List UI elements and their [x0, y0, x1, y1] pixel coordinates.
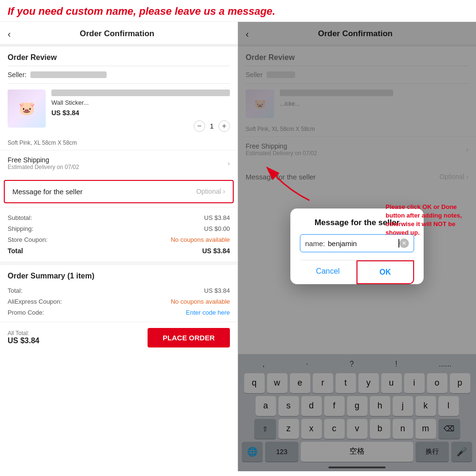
left-shipping-sub: Estimated Delivery on 07/02	[8, 164, 79, 170]
left-product-variant: Soft Pink, XL 58cm X 58cm	[0, 138, 238, 150]
dialog-box: Message for the seller name: benjamin ✕ …	[290, 208, 424, 284]
dialog-cancel-button[interactable]: Cancel	[300, 260, 357, 284]
left-optional-text: Optional	[196, 188, 221, 195]
left-seller-label: Seller:	[8, 71, 27, 79]
left-shipping-cost-value: US $0.00	[204, 225, 230, 232]
left-product-price: US $3.84	[51, 109, 230, 117]
left-page-title: Order Confirmation	[16, 29, 218, 39]
left-product-image: 🐷	[8, 89, 46, 128]
left-coupon-label: Store Coupon:	[8, 236, 48, 243]
dialog-actions: Cancel OK	[300, 260, 414, 284]
left-message-chevron: ›	[223, 188, 225, 195]
left-seller-row: Seller:	[0, 66, 238, 83]
left-summary-promo-row: Promo Code: Enter code here	[8, 307, 230, 318]
left-subtotal-row: Subtotal: US $3.84	[8, 212, 230, 223]
place-order-button[interactable]: PLACE ORDER	[148, 328, 230, 347]
dialog-ok-button[interactable]: OK	[357, 260, 415, 284]
left-order-review-label: Order Review	[0, 47, 238, 66]
left-seller-name-blur	[30, 71, 107, 78]
dialog-overlay[interactable]: Message for the seller name: benjamin ✕ …	[238, 22, 476, 471]
dialog-title: Message for the seller	[300, 218, 414, 228]
left-qty-plus[interactable]: +	[218, 120, 230, 132]
left-back-arrow[interactable]: ‹	[8, 29, 11, 40]
left-shipping-title: Free Shipping	[8, 156, 79, 164]
left-qty-num: 1	[210, 122, 214, 130]
left-total-row: Total US $3.84	[8, 245, 230, 257]
left-coupon-value: No coupons available	[171, 236, 230, 243]
banner-text: If you need custom name, please leave us…	[8, 5, 468, 19]
left-total-label: Total	[8, 247, 23, 255]
left-product-row: 🐷 Wall Sticker... US $3.84 − 1 +	[0, 84, 238, 138]
left-product-name: Wall Sticker...	[51, 99, 230, 106]
left-subtotal-value: US $3.84	[204, 214, 230, 221]
left-message-optional: Optional ›	[196, 188, 225, 195]
left-panel: ‹ Order Confirmation Order Review Seller…	[0, 22, 238, 471]
left-qty-minus[interactable]: −	[194, 120, 205, 132]
left-shipping-cost-label: Shipping:	[8, 225, 33, 232]
left-shipping-cost-row: Shipping: US $0.00	[8, 223, 230, 234]
right-panel: ‹ Order Confirmation Order Review Seller…	[238, 22, 476, 471]
left-summary-coupon-row: AliExpress Coupon: No coupons available	[8, 296, 230, 307]
left-product-info: Wall Sticker... US $3.84 − 1 +	[51, 89, 230, 132]
left-order-summary: Order Summary (1 item) Total: US $3.84 A…	[0, 261, 238, 322]
left-subtotal-label: Subtotal:	[8, 214, 32, 221]
dialog-input-row[interactable]: name: benjamin ✕	[300, 234, 414, 252]
left-header: ‹ Order Confirmation	[0, 22, 238, 45]
left-message-label: Message for the seller	[12, 188, 83, 196]
left-total-value: US $3.84	[202, 247, 230, 255]
left-shipping-chevron: ›	[228, 159, 230, 167]
left-order-summary-title: Order Summary (1 item)	[8, 272, 230, 280]
dialog-input-label: name:	[305, 239, 325, 248]
left-shipping-info: Free Shipping Estimated Delivery on 07/0…	[8, 156, 79, 170]
dialog-clear-icon: ✕	[402, 240, 407, 247]
dialog-clear-button[interactable]: ✕	[399, 238, 409, 248]
left-all-total-value: US $3.84	[8, 337, 40, 345]
left-message-row[interactable]: Message for the seller Optional ›	[4, 180, 234, 203]
left-qty-row: − 1 +	[51, 120, 230, 132]
left-totals: Subtotal: US $3.84 Shipping: US $0.00 St…	[0, 207, 238, 261]
top-banner: If you need custom name, please leave us…	[0, 0, 476, 22]
left-coupon-row: Store Coupon: No coupons available	[8, 234, 230, 245]
left-summary-total-row: Total: US $3.84	[8, 285, 230, 296]
left-bottom-bar: All Total: US $3.84 PLACE ORDER	[0, 322, 238, 353]
dialog-input-value[interactable]: benjamin	[328, 239, 398, 248]
left-all-total-label: All Total:	[8, 330, 40, 337]
